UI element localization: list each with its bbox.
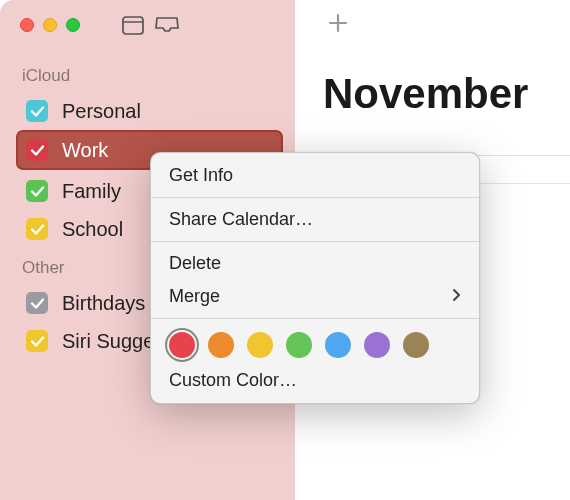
inbox-toolbar-icon[interactable] [150,11,184,39]
calendar-toolbar-icon[interactable] [116,11,150,39]
menu-custom-color[interactable]: Custom Color… [151,364,479,397]
menu-share-calendar[interactable]: Share Calendar… [151,203,479,236]
zoom-window-button[interactable] [66,18,80,32]
color-swatch[interactable] [364,332,390,358]
main-toolbar [295,0,570,50]
calendar-name: Work [62,139,108,162]
app-window: iCloudPersonalWorkFamilySchoolOtherBirth… [0,0,570,500]
menu-separator [151,241,479,242]
color-swatch[interactable] [169,332,195,358]
calendar-checkbox[interactable] [26,330,48,352]
menu-merge[interactable]: Merge [151,280,479,313]
minimize-window-button[interactable] [43,18,57,32]
menu-delete[interactable]: Delete [151,247,479,280]
color-swatch[interactable] [247,332,273,358]
menu-label: Share Calendar… [169,209,313,230]
calendar-checkbox[interactable] [26,218,48,240]
chevron-right-icon [452,286,461,307]
color-swatch[interactable] [286,332,312,358]
menu-label: Delete [169,253,221,274]
calendar-name: School [62,218,123,241]
color-swatch[interactable] [325,332,351,358]
window-controls [20,18,80,32]
toolbar-icons [116,11,184,39]
calendar-checkbox[interactable] [26,292,48,314]
color-swatch-row [151,324,479,364]
month-title: November [323,70,570,118]
sidebar-section-label: iCloud [22,66,283,86]
color-swatch[interactable] [403,332,429,358]
svg-rect-0 [123,17,143,34]
calendar-name: Personal [62,100,141,123]
calendar-checkbox[interactable] [26,180,48,202]
calendar-context-menu: Get Info Share Calendar… Delete Merge Cu… [150,152,480,404]
menu-separator [151,197,479,198]
titlebar [0,0,295,50]
menu-label: Merge [169,286,220,307]
calendar-name: Birthdays [62,292,145,315]
color-swatch[interactable] [208,332,234,358]
calendar-name: Family [62,180,121,203]
menu-get-info[interactable]: Get Info [151,159,479,192]
add-event-button[interactable] [327,12,349,38]
calendar-checkbox[interactable] [26,139,48,161]
calendar-checkbox[interactable] [26,100,48,122]
menu-separator [151,318,479,319]
menu-label: Custom Color… [169,370,297,391]
menu-label: Get Info [169,165,233,186]
close-window-button[interactable] [20,18,34,32]
calendar-list-item[interactable]: Personal [16,92,283,130]
